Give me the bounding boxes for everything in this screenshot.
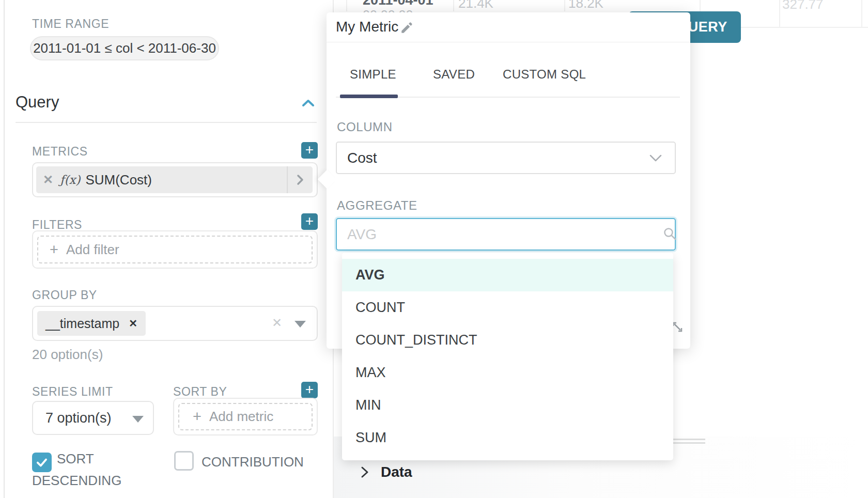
sort-descending-control: SORT DESCENDING <box>32 450 143 489</box>
table-grid-line <box>779 0 780 27</box>
search-icon <box>662 226 678 242</box>
group-by-tag[interactable]: __timestamp ✕ <box>37 311 146 336</box>
series-limit-label: SERIES LIMIT <box>32 385 113 399</box>
chevron-down-icon <box>132 416 144 423</box>
add-filter-placeholder: Add filter <box>66 242 119 258</box>
plus-icon: + <box>50 242 58 257</box>
chevron-right-icon[interactable] <box>360 466 370 478</box>
group-by-options-hint: 20 option(s) <box>32 347 103 363</box>
add-sort-metric-button[interactable]: + <box>301 382 318 398</box>
add-filter-plus-button[interactable]: + <box>301 213 318 230</box>
plus-icon: + <box>193 409 202 424</box>
remove-tag-icon[interactable]: ✕ <box>129 317 137 330</box>
chevron-down-icon <box>649 154 662 162</box>
table-cell-value: 18.2K <box>568 0 603 11</box>
remove-metric-icon[interactable]: ✕ <box>36 173 60 187</box>
add-sort-metric-dropzone[interactable]: + Add metric <box>178 403 313 430</box>
active-tab-indicator <box>340 95 398 98</box>
add-filter-dropzone[interactable]: + Add filter <box>37 236 313 263</box>
sort-by-label: SORT BY <box>173 385 227 399</box>
filters-label: FILTERS <box>32 218 82 232</box>
table-grid-line <box>564 0 565 11</box>
menu-item-min[interactable]: MIN <box>342 389 673 422</box>
add-sort-metric-placeholder: Add metric <box>209 409 273 425</box>
popover-arrow <box>318 170 337 189</box>
series-limit-value: 7 option(s) <box>45 410 112 426</box>
metric-pill-label: SUM(Cost) <box>85 172 152 188</box>
table-grid-line <box>861 0 862 27</box>
time-range-label: TIME RANGE <box>32 17 109 31</box>
tab-simple[interactable]: SIMPLE <box>350 67 396 82</box>
clear-select-icon[interactable]: ✕ <box>272 316 282 330</box>
table-grid-line <box>453 0 454 11</box>
metrics-label: METRICS <box>32 145 88 159</box>
chevron-down-icon[interactable] <box>295 321 306 328</box>
contribution-label: CONTRIBUTION <box>202 454 304 470</box>
table-cell-value: 327.77 <box>782 0 824 12</box>
sort-descending-checkbox[interactable] <box>32 453 52 472</box>
filters-box: + Add filter <box>32 230 318 269</box>
group-by-select[interactable]: __timestamp ✕ ✕ <box>32 306 318 341</box>
column-select[interactable]: Cost <box>336 142 676 174</box>
popover-title: My Metric <box>336 19 398 35</box>
menu-item-avg[interactable]: AVG <box>342 259 673 291</box>
sort-by-box: + Add metric <box>173 398 318 435</box>
query-divider <box>16 122 317 123</box>
time-range-pill[interactable]: 2011-01-01 ≤ col < 2011-06-30 <box>30 36 219 60</box>
tab-custom-sql[interactable]: CUSTOM SQL <box>503 67 586 82</box>
table-cell-value: 21.4K <box>458 0 493 11</box>
splitter-grip-line[interactable] <box>673 442 705 444</box>
menu-item-sum[interactable]: SUM <box>342 422 673 454</box>
check-icon <box>35 456 49 469</box>
chevron-up-icon[interactable] <box>301 98 315 107</box>
menu-item-count[interactable]: COUNT <box>342 291 673 324</box>
splitter-grip-line[interactable] <box>673 439 705 440</box>
metrics-box: ✕ ƒ(x) SUM(Cost) <box>32 162 318 197</box>
popover-header-divider <box>327 42 690 42</box>
menu-item-max[interactable]: MAX <box>342 356 673 389</box>
add-metric-button[interactable]: + <box>301 142 318 159</box>
table-cell-date: 2011-04-01 <box>363 0 433 8</box>
contribution-checkbox[interactable] <box>174 451 194 471</box>
function-icon: ƒ(x) <box>60 173 80 186</box>
panel-left-border <box>4 0 5 498</box>
aggregate-dropdown-menu: AVG COUNT COUNT_DISTINCT MAX MIN SUM <box>342 253 673 460</box>
edit-pencil-icon[interactable] <box>400 21 413 35</box>
group-by-tag-label: __timestamp <box>45 316 119 331</box>
query-section-title: Query <box>16 93 59 112</box>
aggregate-label: AGGREGATE <box>337 198 417 213</box>
metric-pill[interactable]: ✕ ƒ(x) SUM(Cost) <box>36 166 313 193</box>
series-limit-select[interactable]: 7 option(s) <box>32 401 154 435</box>
column-select-value: Cost <box>337 143 675 173</box>
table-grid-line <box>346 0 347 11</box>
group-by-label: GROUP BY <box>32 288 97 302</box>
aggregate-search-input[interactable] <box>336 218 676 251</box>
metric-expand-control[interactable] <box>287 166 313 193</box>
tab-saved[interactable]: SAVED <box>433 67 475 82</box>
menu-item-count-distinct[interactable]: COUNT_DISTINCT <box>342 324 673 356</box>
data-panel-title[interactable]: Data <box>381 464 412 480</box>
explore-view: TIME RANGE 2011-01-01 ≤ col < 2011-06-30… <box>0 0 868 498</box>
chevron-right-icon <box>296 174 304 185</box>
column-label: COLUMN <box>337 120 393 134</box>
